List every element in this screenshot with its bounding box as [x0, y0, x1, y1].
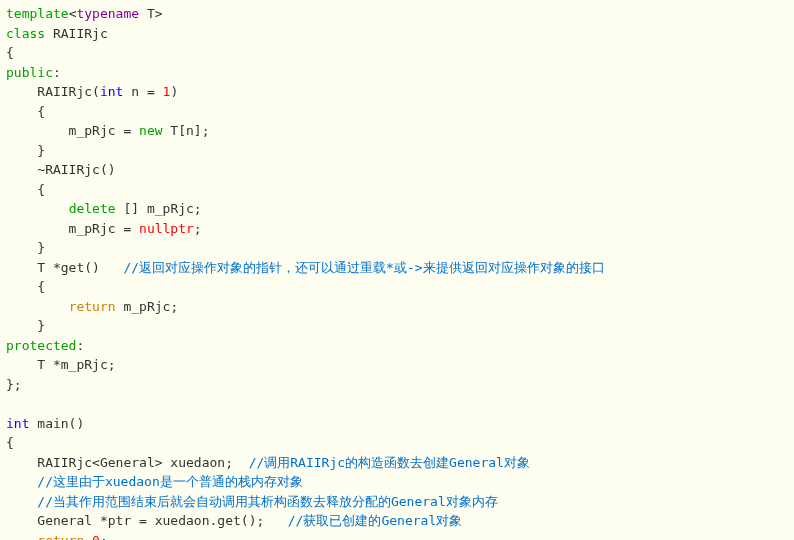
dtor-decl: ~RAIIRjc() — [6, 162, 116, 177]
kw-int: int — [6, 416, 29, 431]
kw-new: new — [139, 123, 162, 138]
indent — [6, 474, 37, 489]
colon: : — [76, 338, 84, 353]
kw-return: return — [37, 533, 84, 541]
indent — [6, 533, 37, 541]
method-decl: T *get() — [6, 260, 123, 275]
stmt: m_pRjc = — [6, 123, 139, 138]
kw-protected: protected — [6, 338, 76, 353]
main-decl: main() — [29, 416, 84, 431]
stmt: T[n]; — [163, 123, 210, 138]
comment-stack: //这里由于xuedaon是一个普通的栈内存对象 — [37, 474, 302, 489]
comment-dtor: //当其作用范围结束后就会自动调用其析构函数去释放分配的General对象内存 — [37, 494, 497, 509]
paren: ) — [170, 84, 178, 99]
param: n = — [123, 84, 162, 99]
brace: { — [6, 279, 45, 294]
comment-get-obj: //获取已创建的General对象 — [288, 513, 462, 528]
stmt: m_pRjc; — [116, 299, 179, 314]
indent — [6, 299, 69, 314]
space — [84, 533, 92, 541]
member-decl: T *m_pRjc; — [6, 357, 116, 372]
brace: } — [6, 143, 45, 158]
comment-ctor: //调用RAIIRjc的构造函数去创建General对象 — [249, 455, 530, 470]
indent — [6, 201, 69, 216]
brace: { — [6, 182, 45, 197]
brace: }; — [6, 377, 22, 392]
ctor-decl: RAIIRjc( — [6, 84, 100, 99]
comment-get: //返回对应操作对象的指针，还可以通过重载*或->来提供返回对应操作对象的接口 — [123, 260, 604, 275]
brace: } — [6, 318, 45, 333]
code-block: template<typename T> class RAIIRjc { pub… — [0, 0, 794, 540]
class-name: RAIIRjc — [45, 26, 108, 41]
stmt: [] m_pRjc; — [116, 201, 202, 216]
colon: : — [53, 65, 61, 80]
kw-nullptr: nullptr — [139, 221, 194, 236]
kw-int: int — [100, 84, 123, 99]
kw-template: template — [6, 6, 69, 21]
kw-class: class — [6, 26, 45, 41]
type-param: T> — [139, 6, 162, 21]
brace: { — [6, 45, 14, 60]
brace: { — [6, 104, 45, 119]
stmt: General *ptr = xuedaon.get(); — [6, 513, 288, 528]
stmt: m_pRjc = — [6, 221, 139, 236]
kw-typename: typename — [76, 6, 139, 21]
kw-delete: delete — [69, 201, 116, 216]
literal-zero: 0 — [92, 533, 100, 541]
stmt: RAIIRjc<General> xuedaon; — [6, 455, 249, 470]
semi: ; — [100, 533, 108, 541]
kw-return: return — [69, 299, 116, 314]
brace: } — [6, 240, 45, 255]
brace: { — [6, 435, 14, 450]
indent — [6, 494, 37, 509]
semi: ; — [194, 221, 202, 236]
kw-public: public — [6, 65, 53, 80]
